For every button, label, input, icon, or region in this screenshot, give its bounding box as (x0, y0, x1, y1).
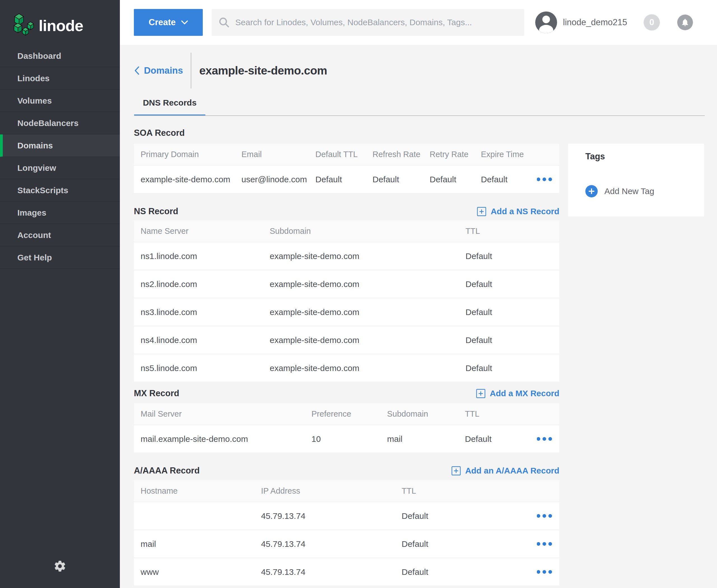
tab-dns-records[interactable]: DNS Records (134, 98, 205, 116)
table-row: ns1.linode.com example-site-demo.com Def… (134, 243, 559, 270)
a-section-header: A/AAAA Record Add an A/AAAA Record (134, 464, 559, 477)
column-header: Name Server (134, 220, 270, 241)
ellipsis-menu-button[interactable] (537, 514, 552, 518)
ns-section-header: NS Record Add a NS Record (134, 205, 559, 218)
gear-icon[interactable] (54, 560, 66, 573)
a-table-header: Hostname IP Address TTL (134, 480, 559, 502)
row-actions (537, 166, 559, 193)
add-new-tag-button[interactable]: Add New Tag (586, 185, 654, 197)
breadcrumb-back-link[interactable]: Domains (134, 65, 183, 76)
sidebar-item-longview[interactable]: Longview (0, 157, 120, 179)
sidebar-item-stackscripts[interactable]: StackScripts (0, 179, 120, 202)
add-a-record-link[interactable]: Add an A/AAAA Record (451, 466, 559, 476)
table-row: 45.79.13.74 Default (134, 502, 559, 529)
add-a-record-label: Add an A/AAAA Record (465, 466, 559, 476)
notification-count-badge[interactable]: 0 (643, 14, 660, 30)
column-header: Expire Time (481, 144, 537, 165)
sidebar-item-account[interactable]: Account (0, 224, 120, 246)
plus-box-icon (476, 389, 485, 398)
sidebar-item-linodes[interactable]: Linodes (0, 67, 120, 90)
search-input[interactable] (235, 18, 517, 27)
sidebar-item-get-help[interactable]: Get Help (0, 246, 120, 269)
tab-bar-divider (134, 115, 705, 116)
column-header: Retry Rate (430, 144, 481, 165)
cell-subdomain: example-site-demo.com (270, 243, 466, 270)
cell-name-server: ns1.linode.com (134, 243, 270, 270)
cell-preference: 10 (311, 425, 387, 453)
column-header: Primary Domain (134, 144, 241, 165)
add-new-tag-label: Add New Tag (605, 187, 654, 196)
table-row: ns3.linode.com example-site-demo.com Def… (134, 298, 559, 326)
table-row: www 45.79.13.74 Default (134, 558, 559, 586)
soa-section-header: SOA Record (134, 127, 559, 140)
sidebar-item-nodebalancers[interactable]: NodeBalancers (0, 112, 120, 134)
cell-hostname: www (134, 558, 261, 586)
sidebar-item-domains[interactable]: Domains (0, 134, 120, 157)
ellipsis-menu-button[interactable] (537, 542, 552, 546)
table-row: ns5.linode.com example-site-demo.com Def… (134, 355, 559, 382)
add-ns-record-label: Add a NS Record (491, 207, 559, 216)
linode-logo-icon (13, 12, 34, 41)
ellipsis-menu-button[interactable] (537, 177, 552, 181)
ellipsis-menu-button[interactable] (537, 570, 552, 574)
mx-table: Mail Server Preference Subdomain TTL mai… (134, 403, 559, 453)
cell-retry-rate: Default (430, 166, 481, 193)
sidebar-item-dashboard[interactable]: Dashboard (0, 45, 120, 67)
column-header: Subdomain (270, 220, 466, 241)
topbar: Create linode_demo215 0 (120, 0, 717, 45)
ns-heading: NS Record (134, 206, 178, 216)
add-mx-record-link[interactable]: Add a MX Record (476, 388, 559, 398)
column-header: Preference (311, 403, 387, 424)
cell-ttl: Default (402, 558, 537, 586)
column-header: TTL (465, 403, 537, 424)
add-ns-record-link[interactable]: Add a NS Record (477, 207, 559, 216)
chevron-down-icon (181, 20, 188, 24)
cell-ttl: Default (466, 327, 559, 354)
cell-ip-address: 45.79.13.74 (261, 558, 402, 586)
mx-table-header: Mail Server Preference Subdomain TTL (134, 403, 559, 424)
mx-section-header: MX Record Add a MX Record (134, 387, 559, 400)
column-header: Mail Server (134, 403, 311, 424)
row-actions (537, 425, 559, 453)
ellipsis-menu-button[interactable] (537, 437, 552, 441)
table-row: ns4.linode.com example-site-demo.com Def… (134, 327, 559, 354)
breadcrumb-back-label: Domains (144, 65, 183, 76)
column-header: Email (241, 144, 315, 165)
cell-ip-address: 45.79.13.74 (261, 530, 402, 558)
soa-table: Primary Domain Email Default TTL Refresh… (134, 144, 559, 193)
notifications-button[interactable] (677, 15, 693, 30)
cell-ttl: Default (466, 243, 559, 270)
plus-box-icon (451, 466, 461, 476)
cell-email: user@linode.com (241, 166, 315, 193)
cell-mail-server: mail.example-site-demo.com (134, 425, 311, 453)
breadcrumb-divider (191, 52, 191, 88)
row-actions (537, 530, 559, 558)
avatar[interactable] (535, 12, 557, 33)
soa-heading: SOA Record (134, 128, 185, 138)
tags-heading: Tags (586, 151, 605, 162)
cell-ttl: Default (402, 502, 537, 529)
cell-name-server: ns4.linode.com (134, 327, 270, 354)
table-row: ns2.linode.com example-site-demo.com Def… (134, 271, 559, 298)
cell-ttl: Default (402, 530, 537, 558)
plus-box-icon (477, 207, 486, 216)
create-button[interactable]: Create (134, 9, 203, 36)
column-header: TTL (402, 480, 537, 502)
column-header: Hostname (134, 480, 261, 502)
cell-subdomain: example-site-demo.com (270, 271, 466, 298)
back-chevron-icon (134, 66, 140, 75)
sidebar-item-images[interactable]: Images (0, 202, 120, 224)
soa-table-header: Primary Domain Email Default TTL Refresh… (134, 144, 559, 165)
cell-ttl: Default (465, 425, 537, 453)
linode-logo[interactable]: linode (0, 0, 120, 45)
column-header-actions (537, 480, 559, 502)
cell-ip-address: 45.79.13.74 (261, 502, 402, 529)
page-title: example-site-demo.com (199, 64, 327, 77)
row-actions (537, 502, 559, 529)
sidebar-item-volumes[interactable]: Volumes (0, 90, 120, 112)
plus-circle-icon (586, 185, 598, 197)
username[interactable]: linode_demo215 (563, 0, 627, 45)
sidebar-nav: Dashboard Linodes Volumes NodeBalancers … (0, 45, 120, 269)
column-header-actions (537, 144, 559, 165)
a-heading: A/AAAA Record (134, 466, 200, 476)
